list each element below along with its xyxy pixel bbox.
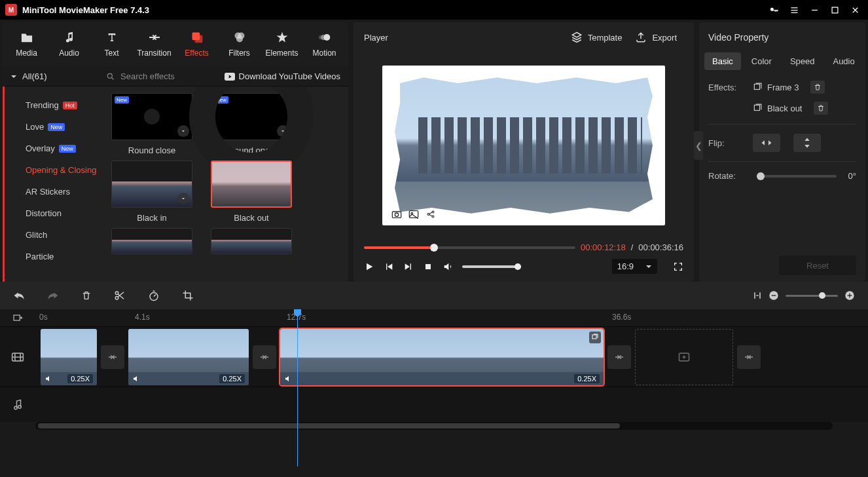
prop-tab-basic[interactable]: Basic [704, 52, 741, 70]
effect-name: Black out [767, 104, 802, 113]
fullscreen-button[interactable] [673, 261, 683, 272]
zoom-in-button[interactable] [844, 290, 855, 301]
lib-tab-motion[interactable]: Motion [303, 28, 346, 67]
transition-slot[interactable] [253, 345, 276, 369]
minimize-icon[interactable] [810, 5, 820, 15]
effect-thumb[interactable]: New [111, 93, 192, 140]
search-input[interactable]: Search effects [101, 71, 225, 81]
category-opening-closing[interactable]: Opening & Closing [10, 159, 101, 181]
category-glitch[interactable]: Glitch [10, 224, 101, 246]
category-overlay[interactable]: OverlayNew [10, 138, 101, 159]
undo-button[interactable] [13, 290, 25, 301]
timeline-clip[interactable]: 0.25X [280, 329, 604, 385]
delete-effect-button[interactable] [810, 81, 825, 94]
seek-bar[interactable] [364, 246, 575, 249]
download-icon[interactable] [277, 125, 289, 137]
svg-point-34 [18, 405, 22, 408]
category-trending[interactable]: TrendingHot [10, 94, 101, 116]
camera-icon[interactable] [391, 210, 402, 219]
prop-tab-color[interactable]: Color [744, 52, 780, 70]
crop-button[interactable] [182, 290, 194, 301]
svg-rect-31 [592, 335, 596, 339]
add-media-placeholder[interactable] [635, 329, 733, 385]
effect-thumb[interactable] [211, 228, 292, 254]
effect-entry: Frame 3 [753, 81, 825, 94]
template-button[interactable]: Template [564, 31, 629, 43]
menu-icon[interactable] [789, 5, 799, 15]
svg-point-5 [236, 36, 243, 43]
export-label: Export [652, 33, 677, 43]
effect-thumb[interactable] [111, 228, 192, 254]
clip-stack-icon[interactable] [589, 332, 601, 343]
volume-icon[interactable] [443, 261, 453, 272]
flip-label: Flip: [708, 138, 746, 148]
lib-tab-text[interactable]: Text [90, 28, 133, 67]
time-current: 00:00:12:18 [581, 242, 626, 252]
key-icon[interactable] [769, 5, 779, 15]
effects-grid: NewRound closeNewRound openBlack inBlack… [101, 86, 348, 282]
reset-button[interactable]: Reset [779, 256, 856, 275]
next-button[interactable] [403, 261, 414, 272]
transition-slot[interactable] [101, 345, 124, 369]
redo-button[interactable] [47, 290, 59, 301]
prev-button[interactable] [384, 261, 394, 272]
prop-tab-audio[interactable]: Audio [825, 52, 862, 70]
share-icon[interactable] [425, 210, 436, 219]
play-button[interactable] [364, 261, 374, 272]
effect-thumb[interactable] [211, 161, 292, 208]
stop-button[interactable] [423, 261, 433, 272]
time-total: 00:00:36:16 [638, 242, 683, 252]
fit-zoom-icon[interactable] [753, 290, 762, 301]
transition-slot[interactable] [737, 345, 761, 369]
effect-thumb[interactable]: New [211, 93, 292, 140]
close-icon[interactable] [850, 5, 860, 15]
lib-tab-filters[interactable]: Filters [218, 28, 261, 67]
lib-tab-elements[interactable]: Elements [261, 28, 303, 67]
download-icon[interactable] [177, 125, 189, 137]
app-icon: M [5, 4, 17, 16]
timeline-scrollbar[interactable] [35, 422, 833, 430]
split-button[interactable] [114, 290, 126, 301]
lib-tab-effects[interactable]: Effects [175, 28, 218, 67]
transition-slot[interactable] [607, 345, 631, 369]
rotate-slider[interactable] [758, 175, 837, 178]
volume-slider[interactable] [462, 265, 521, 268]
category-distortion[interactable]: Distortion [10, 202, 101, 224]
flip-horizontal-button[interactable] [753, 134, 780, 152]
clip-volume-icon [45, 375, 52, 383]
expand-panel-button[interactable]: ❮ [694, 131, 703, 160]
clip-volume-icon [132, 375, 140, 383]
zoom-out-button[interactable] [769, 290, 779, 301]
rotate-value: 0° [848, 171, 856, 181]
download-youtube-link[interactable]: Download YouTube Videos [225, 71, 348, 81]
maximize-icon[interactable] [830, 5, 840, 15]
category-ar-stickers[interactable]: AR Stickers [10, 181, 101, 202]
export-button[interactable]: Export [628, 31, 683, 43]
effect-thumb[interactable] [111, 161, 192, 208]
svg-rect-28 [849, 294, 850, 298]
category-love[interactable]: LoveNew [10, 116, 101, 138]
all-categories-button[interactable]: All(61) [3, 71, 101, 81]
delete-effect-button[interactable] [814, 102, 828, 115]
delete-button[interactable] [81, 290, 92, 301]
lib-tab-audio[interactable]: Audio [48, 28, 90, 67]
timeline-clip[interactable]: 0.25X [128, 329, 249, 385]
aspect-ratio-select[interactable]: 16:9 [612, 259, 657, 274]
template-label: Template [588, 33, 623, 43]
add-track-button[interactable] [0, 313, 35, 323]
preview-frame[interactable] [382, 66, 665, 225]
image-icon[interactable] [408, 210, 419, 219]
timeline-ruler[interactable]: 0s4.1s12.7s36.6s [0, 309, 868, 326]
audio-track [0, 387, 868, 422]
effect-name: Frame 3 [767, 83, 799, 92]
timeline-clip[interactable]: 0.25X [41, 329, 97, 385]
download-icon[interactable] [177, 193, 189, 204]
speed-button[interactable] [148, 290, 160, 301]
zoom-slider[interactable] [786, 295, 838, 297]
lib-tab-media[interactable]: Media [5, 28, 48, 67]
playhead[interactable] [297, 312, 298, 467]
prop-tab-speed[interactable]: Speed [782, 52, 823, 70]
lib-tab-transition[interactable]: Transition [133, 28, 175, 67]
flip-vertical-button[interactable] [793, 134, 821, 152]
category-particle[interactable]: Particle [10, 246, 101, 267]
